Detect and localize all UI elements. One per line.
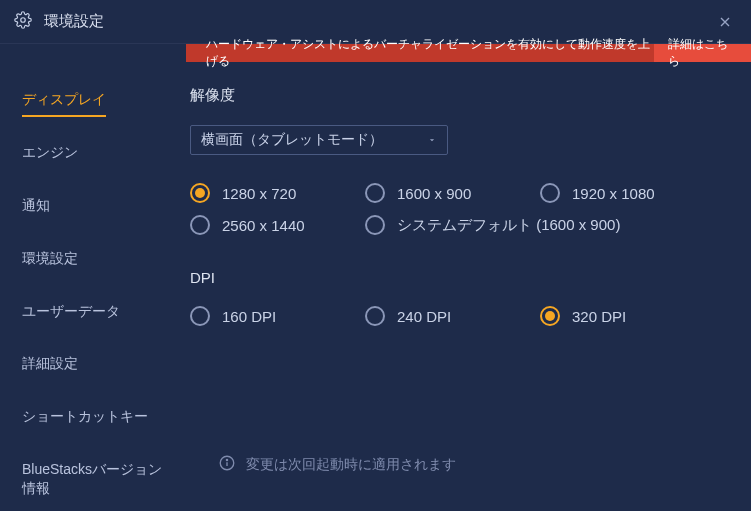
resolution-2560x1440[interactable]: 2560 x 1440 [190,215,365,235]
resolution-1600x900[interactable]: 1600 x 900 [365,183,540,203]
gear-icon [14,11,32,33]
dpi-label: DPI [190,269,735,286]
sidebar-item-engine[interactable]: エンジン [0,133,186,172]
sidebar-item-display[interactable]: ディスプレイ [0,80,186,119]
banner-details-link[interactable]: 詳細はこちら [654,44,751,62]
dpi-options: 160 DPI 240 DPI 320 DPI [190,306,735,326]
svg-point-3 [226,459,227,460]
chevron-down-icon [427,132,437,148]
sidebar: ディスプレイ エンジン 通知 環境設定 ユーザーデータ 詳細設定 ショートカット… [0,62,186,511]
radio-icon [540,306,560,326]
sidebar-item-preferences[interactable]: 環境設定 [0,239,186,278]
radio-icon [365,215,385,235]
radio-icon [190,183,210,203]
radio-icon [365,183,385,203]
resolution-1920x1080[interactable]: 1920 x 1080 [540,183,715,203]
dpi-320[interactable]: 320 DPI [540,306,715,326]
radio-icon [190,306,210,326]
dpi-240[interactable]: 240 DPI [365,306,540,326]
resolution-system-default[interactable]: システムデフォルト (1600 x 900) [365,215,715,235]
sidebar-item-shortcuts[interactable]: ショートカットキー [0,397,186,436]
sidebar-item-version[interactable]: BlueStacksバージョン情報 [0,450,186,508]
resolution-label: 解像度 [190,86,735,105]
sidebar-item-userdata[interactable]: ユーザーデータ [0,292,186,331]
restart-note: 変更は次回起動時に適用されます [218,454,456,475]
info-icon [218,454,236,475]
sidebar-item-notifications[interactable]: 通知 [0,186,186,225]
svg-point-0 [21,17,26,22]
orientation-value: 横画面（タブレットモード） [201,131,383,149]
resolution-1280x720[interactable]: 1280 x 720 [190,183,365,203]
dpi-160[interactable]: 160 DPI [190,306,365,326]
orientation-select[interactable]: 横画面（タブレットモード） [190,125,448,155]
window-title: 環境設定 [44,12,104,31]
radio-icon [540,183,560,203]
close-button[interactable] [713,10,737,34]
sidebar-item-advanced[interactable]: 詳細設定 [0,344,186,383]
virtualization-banner: ハードウェア・アシストによるバーチャライゼーションを有効にして動作速度を上げる … [186,44,751,62]
radio-icon [365,306,385,326]
main-panel: 解像度 横画面（タブレットモード） 1280 x 720 1600 x 900 … [186,62,751,511]
radio-icon [190,215,210,235]
resolution-options: 1280 x 720 1600 x 900 1920 x 1080 2560 x… [190,183,735,235]
